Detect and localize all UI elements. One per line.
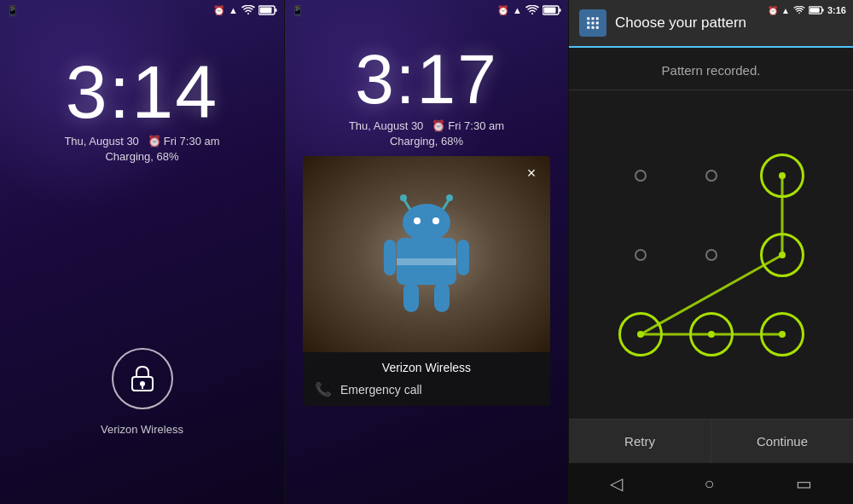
svg-rect-32	[592, 26, 595, 29]
svg-rect-30	[596, 22, 599, 25]
svg-rect-27	[596, 17, 599, 20]
pattern-dot-2-2[interactable]	[760, 312, 804, 356]
svg-point-15	[432, 217, 439, 224]
svg-rect-18	[384, 240, 396, 275]
notification-carrier: Verizon Wireless	[315, 361, 538, 374]
alarm-time-2: Fri 7:30 am	[448, 119, 504, 132]
lock-screen-panel: 📱 ⏰ ▲ 3:14 Thu, August 30 ⏰ Fri 7	[0, 0, 284, 504]
alarm-icon-2: ⏰	[497, 5, 509, 16]
svg-rect-31	[587, 26, 589, 29]
notification-bottom: Verizon Wireless 📞 Emergency call	[303, 352, 550, 406]
lock-svg	[127, 362, 158, 395]
pattern-action-buttons: Retry Continue	[569, 419, 853, 463]
bottom-navigation: ◁ ○ ▭	[569, 463, 853, 504]
alarm-clock-icon: ⏰	[148, 135, 161, 148]
clock-area-1: 3:14 Thu, August 30 ⏰ Fri 7:30 am Chargi…	[64, 55, 219, 163]
emergency-call-row[interactable]: 📞 Emergency call	[315, 381, 538, 397]
date-text-2: Thu, August 30	[349, 119, 423, 132]
pattern-recorded-text: Pattern recorded.	[569, 48, 853, 90]
svg-rect-7	[560, 9, 561, 12]
svg-rect-1	[276, 9, 277, 12]
pattern-dot-2-1[interactable]	[689, 312, 734, 356]
alarm-clock-icon-2: ⏰	[432, 119, 445, 132]
status-right-2: ⏰ ▲	[497, 5, 561, 16]
svg-rect-28	[587, 22, 589, 25]
date-text-1: Thu, August 30	[64, 135, 138, 148]
grid-icon	[585, 15, 601, 31]
clock-area-2: 3:17 Thu, August 30 ⏰ Fri 7:30 am Chargi…	[349, 44, 504, 148]
svg-rect-33	[596, 26, 599, 29]
svg-rect-25	[587, 17, 589, 20]
pattern-grid[interactable]	[605, 136, 818, 374]
pattern-dot-0-2[interactable]	[760, 154, 804, 198]
charge-info-2: Charging, 68%	[349, 135, 504, 148]
svg-rect-20	[403, 282, 419, 312]
svg-rect-17	[397, 258, 456, 265]
android-robot-image	[380, 188, 473, 321]
svg-rect-21	[434, 282, 450, 312]
clock-display-1: 3:14	[64, 55, 219, 130]
svg-rect-24	[809, 8, 819, 13]
date-row-1: Thu, August 30 ⏰ Fri 7:30 am	[64, 135, 219, 148]
signal-icon-2: ▲	[513, 5, 522, 15]
pattern-signal-icon: ▲	[781, 6, 790, 15]
pattern-time: 3:16	[827, 5, 846, 15]
pattern-dot-0-0[interactable]	[635, 170, 647, 182]
wifi-icon	[241, 5, 255, 15]
home-button[interactable]: ○	[704, 474, 714, 494]
svg-rect-26	[592, 17, 595, 20]
pattern-dot-1-0[interactable]	[635, 249, 647, 261]
alarm-time-1: Fri 7:30 am	[164, 135, 220, 148]
svg-rect-19	[457, 240, 469, 275]
status-right-1: ⏰ ▲	[213, 5, 277, 16]
pattern-dot-1-1[interactable]	[705, 249, 717, 261]
pattern-wifi-icon	[793, 6, 805, 14]
pattern-dot-0-1[interactable]	[705, 170, 717, 182]
pattern-dot-1-2[interactable]	[760, 233, 804, 277]
pattern-header-icon	[579, 9, 606, 37]
svg-rect-2	[260, 8, 272, 14]
svg-point-13	[403, 204, 450, 241]
lock-icon-area[interactable]: Verizon Wireless	[101, 348, 183, 436]
wifi-icon-2	[525, 5, 539, 15]
retry-button[interactable]: Retry	[569, 420, 711, 463]
svg-rect-8	[544, 8, 556, 14]
status-bar-1: 📱 ⏰ ▲	[0, 0, 284, 20]
svg-rect-23	[822, 9, 824, 11]
svg-rect-29	[592, 22, 595, 25]
alarm-info-2: ⏰ Fri 7:30 am	[432, 119, 504, 132]
recents-button[interactable]: ▭	[796, 473, 812, 494]
signal-icon: ▲	[229, 5, 238, 15]
svg-point-11	[400, 194, 407, 201]
svg-point-12	[446, 194, 453, 201]
notification-icon: 📱	[7, 5, 19, 16]
pattern-status-bar: ⏰ ▲ 3:16	[768, 0, 853, 20]
pattern-battery-icon	[809, 6, 824, 14]
notification-lock-screen-panel: 📱 ⏰ ▲ 3:17 Thu, August 30 ⏰ Fri 7	[284, 0, 569, 504]
battery-icon-2	[543, 5, 561, 15]
lock-circle[interactable]	[112, 348, 173, 409]
svg-point-14	[414, 217, 421, 224]
emergency-call-label: Emergency call	[340, 383, 422, 397]
carrier-label-1: Verizon Wireless	[101, 423, 183, 436]
pattern-dot-2-0[interactable]	[618, 312, 663, 356]
status-left-2: 📱	[292, 5, 304, 16]
notification-icon-2: 📱	[292, 5, 304, 16]
alarm-icon: ⏰	[213, 5, 225, 16]
clock-display-2: 3:17	[349, 44, 504, 114]
continue-button[interactable]: Continue	[711, 420, 853, 463]
pattern-grid-area[interactable]	[569, 90, 853, 419]
alarm-info-1: ⏰ Fri 7:30 am	[148, 135, 220, 148]
charge-info-1: Charging, 68%	[64, 150, 219, 163]
back-button[interactable]: ◁	[610, 473, 623, 494]
battery-icon	[258, 5, 277, 15]
date-row-2: Thu, August 30 ⏰ Fri 7:30 am	[349, 119, 504, 132]
pattern-title: Choose your pattern	[615, 14, 746, 32]
status-bar-2: 📱 ⏰ ▲	[285, 0, 568, 20]
pattern-alarm-icon: ⏰	[768, 6, 778, 15]
notification-image: ×	[303, 156, 550, 352]
notification-card: × Verizon Wireless 📞 Emergency call	[303, 156, 550, 406]
status-left-1: 📱	[7, 5, 19, 16]
notification-close-button[interactable]: ×	[521, 163, 542, 183]
svg-point-4	[140, 381, 145, 386]
